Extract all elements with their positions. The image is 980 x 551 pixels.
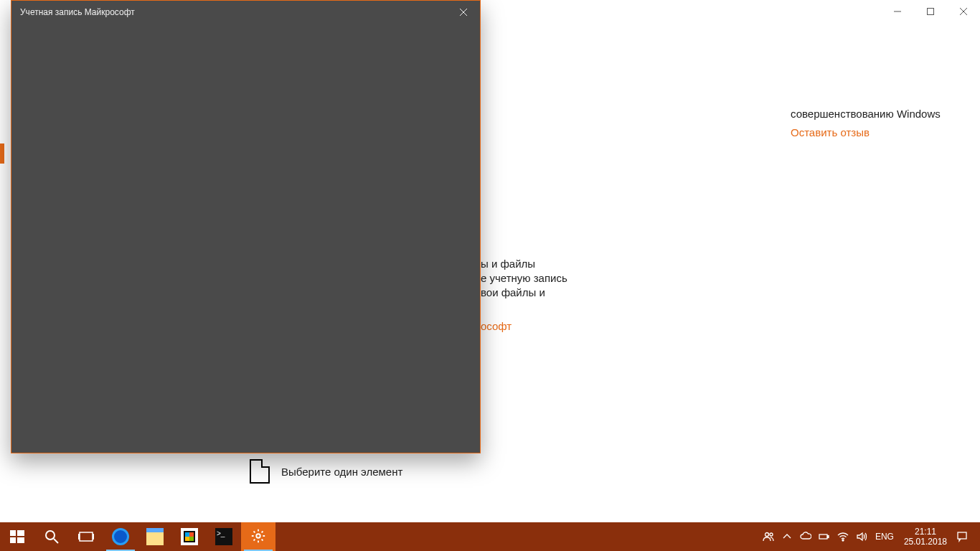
- taskbar-left: >_: [0, 522, 275, 551]
- taskbar-app-store[interactable]: [172, 522, 207, 551]
- gear-icon: [250, 528, 266, 546]
- svg-rect-12: [819, 534, 827, 539]
- microsoft-account-popup: Учетная запись Майкрософт: [11, 0, 481, 453]
- svg-rect-2: [17, 530, 24, 536]
- volume-tray[interactable]: [852, 522, 871, 551]
- action-center-button[interactable]: [953, 522, 971, 551]
- onedrive-tray[interactable]: [796, 522, 815, 551]
- settings-maximize-button[interactable]: [914, 0, 947, 23]
- clock-date: 25.01.2018: [904, 537, 947, 547]
- wifi-icon: [837, 531, 849, 542]
- store-icon: [181, 528, 198, 545]
- svg-point-10: [765, 533, 768, 537]
- account-description-line: ы и файлы: [481, 257, 567, 271]
- search-icon: [43, 528, 60, 545]
- tray-overflow-button[interactable]: [778, 522, 796, 551]
- clock[interactable]: 21:11 25.01.2018: [898, 527, 953, 547]
- svg-rect-4: [17, 537, 24, 543]
- settings-minimize-button[interactable]: [881, 0, 914, 23]
- avatar-picker[interactable]: Выберите один элемент: [250, 459, 402, 484]
- taskbar-app-settings[interactable]: [241, 522, 275, 551]
- people-button[interactable]: [759, 522, 778, 551]
- svg-point-9: [256, 534, 260, 538]
- terminal-icon: >_: [215, 528, 232, 545]
- svg-rect-6: [80, 532, 93, 541]
- svg-rect-8: [93, 534, 94, 540]
- system-tray: ENG 21:11 25.01.2018: [759, 522, 980, 551]
- sidebar-active-indicator: [0, 143, 4, 164]
- svg-point-5: [46, 531, 55, 540]
- cloud-icon: [800, 531, 811, 542]
- svg-rect-0: [928, 9, 934, 15]
- wifi-tray[interactable]: [834, 522, 852, 551]
- settings-close-button[interactable]: [947, 0, 980, 23]
- svg-rect-13: [827, 536, 829, 538]
- task-view-button[interactable]: [69, 522, 103, 551]
- clock-time: 21:11: [904, 527, 947, 537]
- edge-icon: [112, 528, 129, 545]
- battery-tray[interactable]: [815, 522, 834, 551]
- document-icon: [250, 459, 270, 484]
- taskbar: >_ ENG 21:11 25.01.2018: [0, 522, 980, 551]
- task-view-icon: [77, 528, 95, 545]
- avatar-picker-label: Выберите один элемент: [281, 466, 402, 478]
- settings-window-controls: [881, 0, 980, 23]
- popup-title: Учетная запись Майкрософт: [20, 7, 447, 17]
- taskbar-app-edge[interactable]: [103, 522, 138, 551]
- taskbar-spacer: [275, 522, 759, 551]
- notification-icon: [956, 531, 968, 542]
- language-indicator[interactable]: ENG: [871, 532, 898, 542]
- file-explorer-icon: [146, 528, 164, 545]
- account-description-line: е учетную запись: [481, 271, 567, 286]
- taskbar-app-explorer[interactable]: [138, 522, 172, 551]
- chevron-up-icon: [781, 531, 793, 542]
- popup-close-button[interactable]: [447, 1, 480, 24]
- svg-rect-15: [958, 532, 966, 539]
- start-button[interactable]: [0, 522, 34, 551]
- feedback-link[interactable]: Оставить отзыв: [791, 126, 870, 138]
- people-icon: [763, 531, 774, 542]
- svg-rect-3: [10, 537, 16, 543]
- account-signin-link[interactable]: ософт: [481, 320, 512, 332]
- svg-point-14: [842, 540, 844, 541]
- account-description: ы и файлы е учетную запись вои файлы и: [481, 257, 567, 300]
- account-description-line: вои файлы и: [481, 286, 567, 300]
- svg-rect-1: [10, 530, 16, 536]
- battery-icon: [819, 531, 830, 542]
- feedback-heading: совершенствованию Windows: [791, 108, 941, 120]
- popup-titlebar[interactable]: Учетная запись Майкрософт: [11, 1, 480, 24]
- taskbar-app-terminal[interactable]: >_: [207, 522, 241, 551]
- volume-icon: [856, 531, 867, 542]
- svg-rect-7: [78, 534, 80, 540]
- search-button[interactable]: [34, 522, 69, 551]
- windows-icon: [9, 528, 26, 545]
- svg-point-11: [770, 533, 773, 536]
